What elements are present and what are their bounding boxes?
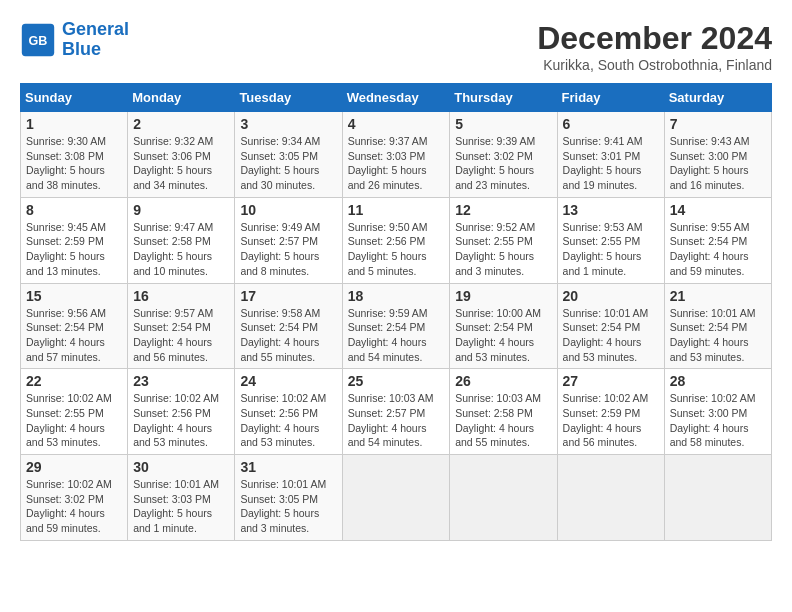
day-info: Sunrise: 9:43 AM Sunset: 3:00 PM Dayligh…: [670, 134, 766, 193]
day-info: Sunrise: 9:47 AM Sunset: 2:58 PM Dayligh…: [133, 220, 229, 279]
calendar-cell: [342, 455, 450, 541]
day-info: Sunrise: 10:02 AM Sunset: 2:56 PM Daylig…: [240, 391, 336, 450]
calendar-cell: 18 Sunrise: 9:59 AM Sunset: 2:54 PM Dayl…: [342, 283, 450, 369]
day-number: 4: [348, 116, 445, 132]
calendar-table: SundayMondayTuesdayWednesdayThursdayFrid…: [20, 83, 772, 541]
day-number: 2: [133, 116, 229, 132]
day-number: 9: [133, 202, 229, 218]
day-number: 20: [563, 288, 659, 304]
day-number: 3: [240, 116, 336, 132]
day-header-saturday: Saturday: [664, 84, 771, 112]
day-info: Sunrise: 9:30 AM Sunset: 3:08 PM Dayligh…: [26, 134, 122, 193]
day-header-sunday: Sunday: [21, 84, 128, 112]
day-info: Sunrise: 9:56 AM Sunset: 2:54 PM Dayligh…: [26, 306, 122, 365]
day-info: Sunrise: 10:01 AM Sunset: 2:54 PM Daylig…: [563, 306, 659, 365]
calendar-cell: 11 Sunrise: 9:50 AM Sunset: 2:56 PM Dayl…: [342, 197, 450, 283]
day-number: 23: [133, 373, 229, 389]
day-number: 7: [670, 116, 766, 132]
calendar-cell: 7 Sunrise: 9:43 AM Sunset: 3:00 PM Dayli…: [664, 112, 771, 198]
day-info: Sunrise: 10:01 AM Sunset: 2:54 PM Daylig…: [670, 306, 766, 365]
calendar-cell: 29 Sunrise: 10:02 AM Sunset: 3:02 PM Day…: [21, 455, 128, 541]
day-number: 1: [26, 116, 122, 132]
day-header-tuesday: Tuesday: [235, 84, 342, 112]
day-info: Sunrise: 9:55 AM Sunset: 2:54 PM Dayligh…: [670, 220, 766, 279]
calendar-cell: 15 Sunrise: 9:56 AM Sunset: 2:54 PM Dayl…: [21, 283, 128, 369]
calendar-cell: 17 Sunrise: 9:58 AM Sunset: 2:54 PM Dayl…: [235, 283, 342, 369]
day-number: 12: [455, 202, 551, 218]
calendar-cell: 23 Sunrise: 10:02 AM Sunset: 2:56 PM Day…: [128, 369, 235, 455]
day-number: 16: [133, 288, 229, 304]
day-number: 31: [240, 459, 336, 475]
day-number: 22: [26, 373, 122, 389]
day-info: Sunrise: 9:39 AM Sunset: 3:02 PM Dayligh…: [455, 134, 551, 193]
day-number: 11: [348, 202, 445, 218]
day-number: 29: [26, 459, 122, 475]
day-number: 8: [26, 202, 122, 218]
day-number: 27: [563, 373, 659, 389]
day-number: 26: [455, 373, 551, 389]
day-number: 28: [670, 373, 766, 389]
day-info: Sunrise: 9:50 AM Sunset: 2:56 PM Dayligh…: [348, 220, 445, 279]
day-number: 14: [670, 202, 766, 218]
day-header-monday: Monday: [128, 84, 235, 112]
day-info: Sunrise: 9:58 AM Sunset: 2:54 PM Dayligh…: [240, 306, 336, 365]
day-number: 24: [240, 373, 336, 389]
day-number: 19: [455, 288, 551, 304]
day-header-friday: Friday: [557, 84, 664, 112]
calendar-cell: 9 Sunrise: 9:47 AM Sunset: 2:58 PM Dayli…: [128, 197, 235, 283]
day-number: 6: [563, 116, 659, 132]
day-info: Sunrise: 10:02 AM Sunset: 2:56 PM Daylig…: [133, 391, 229, 450]
logo-icon: GB: [20, 22, 56, 58]
calendar-cell: 31 Sunrise: 10:01 AM Sunset: 3:05 PM Day…: [235, 455, 342, 541]
calendar-cell: [557, 455, 664, 541]
calendar-cell: [450, 455, 557, 541]
svg-text:GB: GB: [29, 33, 48, 47]
day-header-thursday: Thursday: [450, 84, 557, 112]
day-info: Sunrise: 9:41 AM Sunset: 3:01 PM Dayligh…: [563, 134, 659, 193]
calendar-cell: 19 Sunrise: 10:00 AM Sunset: 2:54 PM Day…: [450, 283, 557, 369]
day-info: Sunrise: 9:49 AM Sunset: 2:57 PM Dayligh…: [240, 220, 336, 279]
day-number: 5: [455, 116, 551, 132]
day-number: 10: [240, 202, 336, 218]
day-info: Sunrise: 10:03 AM Sunset: 2:57 PM Daylig…: [348, 391, 445, 450]
day-info: Sunrise: 9:34 AM Sunset: 3:05 PM Dayligh…: [240, 134, 336, 193]
calendar-cell: 10 Sunrise: 9:49 AM Sunset: 2:57 PM Dayl…: [235, 197, 342, 283]
day-info: Sunrise: 9:59 AM Sunset: 2:54 PM Dayligh…: [348, 306, 445, 365]
calendar-cell: 22 Sunrise: 10:02 AM Sunset: 2:55 PM Day…: [21, 369, 128, 455]
calendar-cell: 24 Sunrise: 10:02 AM Sunset: 2:56 PM Day…: [235, 369, 342, 455]
calendar-cell: 20 Sunrise: 10:01 AM Sunset: 2:54 PM Day…: [557, 283, 664, 369]
day-number: 15: [26, 288, 122, 304]
calendar-cell: 21 Sunrise: 10:01 AM Sunset: 2:54 PM Day…: [664, 283, 771, 369]
day-number: 21: [670, 288, 766, 304]
day-info: Sunrise: 9:53 AM Sunset: 2:55 PM Dayligh…: [563, 220, 659, 279]
day-info: Sunrise: 9:52 AM Sunset: 2:55 PM Dayligh…: [455, 220, 551, 279]
calendar-cell: 14 Sunrise: 9:55 AM Sunset: 2:54 PM Dayl…: [664, 197, 771, 283]
day-info: Sunrise: 9:37 AM Sunset: 3:03 PM Dayligh…: [348, 134, 445, 193]
calendar-cell: 3 Sunrise: 9:34 AM Sunset: 3:05 PM Dayli…: [235, 112, 342, 198]
calendar-cell: 30 Sunrise: 10:01 AM Sunset: 3:03 PM Day…: [128, 455, 235, 541]
calendar-cell: 13 Sunrise: 9:53 AM Sunset: 2:55 PM Dayl…: [557, 197, 664, 283]
calendar-cell: 16 Sunrise: 9:57 AM Sunset: 2:54 PM Dayl…: [128, 283, 235, 369]
day-header-wednesday: Wednesday: [342, 84, 450, 112]
calendar-cell: 12 Sunrise: 9:52 AM Sunset: 2:55 PM Dayl…: [450, 197, 557, 283]
calendar-cell: 6 Sunrise: 9:41 AM Sunset: 3:01 PM Dayli…: [557, 112, 664, 198]
day-number: 18: [348, 288, 445, 304]
day-info: Sunrise: 10:00 AM Sunset: 2:54 PM Daylig…: [455, 306, 551, 365]
day-info: Sunrise: 10:02 AM Sunset: 2:55 PM Daylig…: [26, 391, 122, 450]
calendar-cell: 4 Sunrise: 9:37 AM Sunset: 3:03 PM Dayli…: [342, 112, 450, 198]
calendar-cell: 8 Sunrise: 9:45 AM Sunset: 2:59 PM Dayli…: [21, 197, 128, 283]
day-info: Sunrise: 10:03 AM Sunset: 2:58 PM Daylig…: [455, 391, 551, 450]
day-number: 13: [563, 202, 659, 218]
logo: GB General Blue: [20, 20, 129, 60]
calendar-cell: 25 Sunrise: 10:03 AM Sunset: 2:57 PM Day…: [342, 369, 450, 455]
day-info: Sunrise: 10:02 AM Sunset: 3:02 PM Daylig…: [26, 477, 122, 536]
day-info: Sunrise: 9:57 AM Sunset: 2:54 PM Dayligh…: [133, 306, 229, 365]
day-info: Sunrise: 10:01 AM Sunset: 3:03 PM Daylig…: [133, 477, 229, 536]
day-info: Sunrise: 10:01 AM Sunset: 3:05 PM Daylig…: [240, 477, 336, 536]
day-info: Sunrise: 10:02 AM Sunset: 3:00 PM Daylig…: [670, 391, 766, 450]
calendar-cell: 28 Sunrise: 10:02 AM Sunset: 3:00 PM Day…: [664, 369, 771, 455]
day-number: 30: [133, 459, 229, 475]
day-info: Sunrise: 9:45 AM Sunset: 2:59 PM Dayligh…: [26, 220, 122, 279]
day-number: 25: [348, 373, 445, 389]
title-block: December 2024 Kurikka, South Ostrobothni…: [537, 20, 772, 73]
